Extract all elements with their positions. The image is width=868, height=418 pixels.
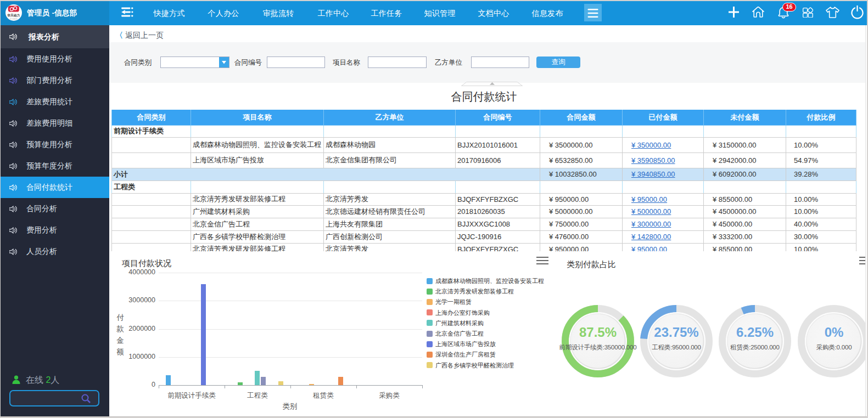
svg-text:华天动力: 华天动力 — [7, 13, 20, 17]
svg-text:POWER: POWER — [10, 18, 18, 20]
